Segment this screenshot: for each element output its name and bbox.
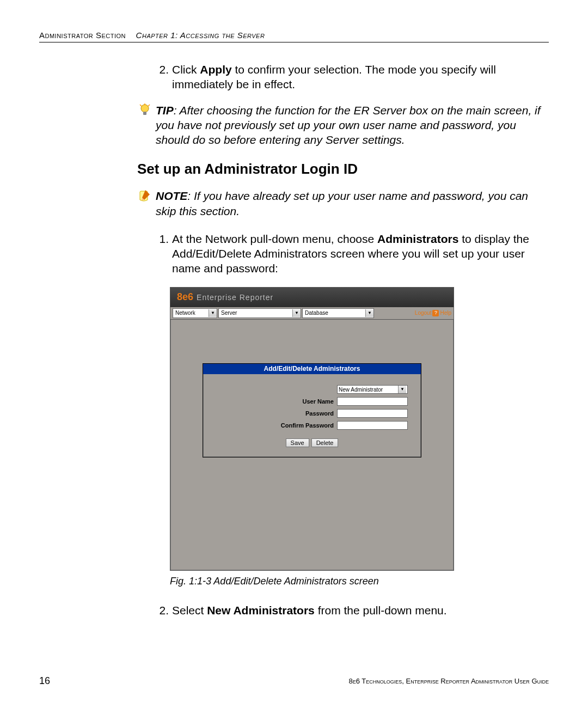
network-menu[interactable]: Network ▼ [173, 308, 217, 318]
page-header: Administrator Section Chapter 1: Accessi… [39, 30, 549, 42]
panel-body: New Administrator ▼ User Name Password [203, 374, 421, 457]
step-body: Click Apply to confirm your selection. T… [172, 62, 543, 92]
select-value: New Administrator [339, 386, 383, 393]
admin-panel: Add/Edit/Delete Administrators New Admin… [203, 363, 421, 458]
note-pencil-icon [137, 188, 152, 204]
step-text: from the pull-down menu. [315, 604, 447, 617]
step-text: Click [172, 63, 200, 76]
username-row: User Name [216, 397, 408, 406]
menu-label: Server [219, 309, 292, 316]
password-label: Password [305, 410, 334, 417]
note-block: NOTE: If you have already set up your us… [137, 188, 543, 218]
server-menu[interactable]: Server ▼ [218, 308, 301, 318]
admin-select-row: New Administrator ▼ [216, 385, 408, 394]
chevron-down-icon: ▼ [292, 309, 301, 317]
footer-text: 8e6 Technologies, Enterprise Reporter Ad… [348, 677, 549, 685]
svg-rect-1 [143, 112, 146, 115]
panel-buttons: Save Delete [216, 438, 408, 447]
step-text: At the Network pull-down menu, choose [172, 233, 377, 245]
figure: 8e6 Enterprise Reporter Network ▼ Server… [170, 287, 543, 571]
app-body: Add/Edit/Delete Administrators New Admin… [170, 320, 454, 570]
tip-block: TIP: After choosing the function for the… [137, 103, 543, 148]
chevron-down-icon: ▼ [398, 386, 406, 393]
logout-link[interactable]: Logout [415, 309, 432, 316]
svg-point-0 [141, 105, 149, 112]
step-bold: New Administrators [207, 604, 315, 617]
page-footer: 16 8e6 Technologies, Enterprise Reporter… [39, 675, 549, 687]
password-input[interactable] [337, 409, 408, 418]
step-number: 2. [154, 62, 169, 92]
menu-label: Database [303, 309, 365, 316]
header-chapter: Chapter 1: Accessing the Server [136, 30, 265, 40]
app-window: 8e6 Enterprise Reporter Network ▼ Server… [170, 287, 454, 571]
header-section: Administrator Section [39, 30, 126, 40]
step-text: Select [172, 604, 207, 617]
tip-body: : After choosing the function for the ER… [156, 104, 541, 147]
app-titlebar: 8e6 Enterprise Reporter [170, 288, 454, 307]
note-body: : If you have already set up your user n… [156, 190, 528, 217]
numbered-step: 1. At the Network pull-down menu, choose… [154, 231, 543, 276]
admin-select[interactable]: New Administrator ▼ [337, 385, 408, 394]
content-area: 2. Click Apply to confirm your selection… [154, 62, 543, 618]
delete-button[interactable]: Delete [311, 438, 339, 447]
username-input[interactable] [337, 397, 408, 406]
tip-text: TIP: After choosing the function for the… [156, 103, 543, 148]
menu-label: Network [173, 309, 209, 316]
header-links: Logout ? Help [415, 309, 451, 316]
document-page: Administrator Section Chapter 1: Accessi… [0, 0, 588, 714]
save-button[interactable]: Save [286, 438, 309, 447]
numbered-step: 2. Select New Administrators from the pu… [154, 603, 543, 618]
lightbulb-icon [137, 103, 152, 118]
database-menu[interactable]: Database ▼ [302, 308, 374, 318]
svg-line-4 [148, 105, 150, 106]
svg-line-3 [140, 105, 142, 106]
step-body: Select New Administrators from the pull-… [172, 603, 543, 618]
help-icon[interactable]: ? [432, 310, 439, 316]
section-heading: Set up an Administrator Login ID [137, 160, 543, 179]
chevron-down-icon: ▼ [209, 309, 217, 317]
confirm-password-label: Confirm Password [281, 422, 334, 429]
confirm-password-row: Confirm Password [216, 421, 408, 430]
step-number: 1. [154, 231, 169, 276]
password-row: Password [216, 409, 408, 418]
step-number: 2. [154, 603, 169, 618]
step-bold: Administrators [377, 233, 458, 245]
help-link[interactable]: Help [440, 309, 451, 316]
note-label: NOTE [156, 190, 187, 202]
app-logo: 8e6 [177, 291, 193, 303]
username-label: User Name [303, 398, 334, 405]
app-title: Enterprise Reporter [197, 292, 273, 302]
confirm-password-input[interactable] [337, 421, 408, 430]
page-number: 16 [39, 675, 50, 687]
chevron-down-icon: ▼ [365, 309, 373, 317]
panel-title: Add/Edit/Delete Administrators [203, 364, 421, 375]
note-text: NOTE: If you have already set up your us… [156, 188, 543, 218]
step-body: At the Network pull-down menu, choose Ad… [172, 231, 543, 276]
app-menubar: Network ▼ Server ▼ Database ▼ Logout ? [170, 307, 454, 320]
tip-label: TIP [156, 104, 174, 117]
figure-caption: Fig. 1:1-3 Add/Edit/Delete Administrator… [170, 575, 543, 588]
numbered-step: 2. Click Apply to confirm your selection… [154, 62, 543, 92]
step-bold: Apply [200, 63, 231, 76]
